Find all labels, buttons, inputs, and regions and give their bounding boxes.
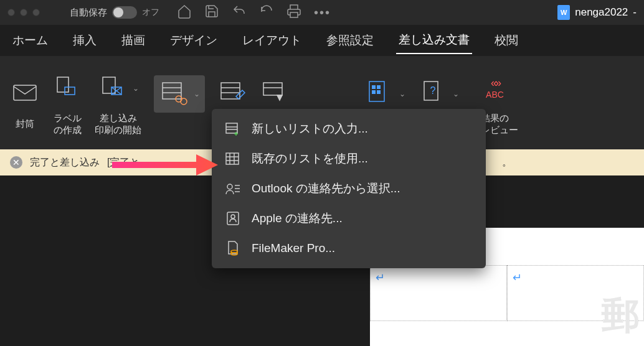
merge-start-button[interactable]: ⌄ 差し込み 印刷の開始 bbox=[95, 70, 141, 136]
autosave-label: 自動保存 bbox=[70, 7, 107, 19]
document-title: nenga2022 - bbox=[557, 5, 637, 20]
envelope-icon bbox=[10, 78, 40, 110]
chevron-down-icon: ⌄ bbox=[133, 84, 139, 93]
more-icon[interactable]: ••• bbox=[314, 6, 331, 20]
print-icon[interactable] bbox=[286, 4, 301, 21]
close-window[interactable] bbox=[7, 9, 15, 16]
filemaker-icon bbox=[224, 240, 242, 257]
edit-list-icon bbox=[217, 78, 247, 110]
tab-insert[interactable]: 挿入 bbox=[70, 27, 99, 54]
recipients-icon bbox=[159, 78, 189, 110]
menu-label: Apple の連絡先... bbox=[252, 210, 343, 227]
recipients-label bbox=[178, 118, 181, 130]
filter-icon bbox=[260, 78, 290, 110]
label-cell[interactable]: ↵ bbox=[370, 265, 507, 321]
autosave-state: オフ bbox=[142, 7, 159, 18]
merge-field-icon bbox=[364, 78, 394, 110]
envelope-button[interactable]: 封筒 bbox=[10, 75, 40, 130]
svg-rect-13 bbox=[263, 83, 282, 95]
quick-access-toolbar: ••• bbox=[177, 4, 331, 21]
label-create-button[interactable]: ラベル の作成 bbox=[52, 70, 82, 136]
annotation-arrow bbox=[109, 143, 221, 183]
minimize-window[interactable] bbox=[20, 9, 27, 16]
svg-rect-22 bbox=[226, 123, 237, 133]
svg-rect-16 bbox=[372, 85, 376, 89]
tab-layout[interactable]: レイアウト bbox=[240, 27, 304, 54]
tab-design[interactable]: デザイン bbox=[168, 27, 220, 54]
undo-icon[interactable] bbox=[232, 4, 247, 21]
svg-rect-18 bbox=[372, 90, 376, 94]
menu-outlook[interactable]: Outlook の連絡先から選択... bbox=[212, 174, 486, 203]
maximize-window[interactable] bbox=[32, 9, 40, 16]
ribbon-tabs: ホーム 挿入 描画 デザイン レイアウト 参照設定 差し込み文書 校閲 bbox=[0, 25, 644, 56]
svg-point-9 bbox=[181, 98, 187, 105]
menu-apple-contacts[interactable]: Apple の連絡先... bbox=[212, 203, 486, 233]
tab-home[interactable]: ホーム bbox=[10, 27, 50, 54]
list-new-icon bbox=[224, 120, 242, 138]
menu-label: 新しいリストの入力... bbox=[252, 121, 368, 137]
tab-references[interactable]: 参照設定 bbox=[324, 27, 376, 54]
svg-rect-2 bbox=[65, 87, 75, 95]
menu-label: 既存のリストを使用... bbox=[252, 151, 368, 167]
list-existing-icon bbox=[224, 150, 242, 167]
autosave-toggle[interactable] bbox=[112, 6, 137, 19]
merge-start-label: 差し込み 印刷の開始 bbox=[95, 112, 141, 136]
svg-rect-3 bbox=[103, 77, 115, 93]
menu-new-list[interactable]: 新しいリストの入力... bbox=[212, 114, 486, 144]
menu-label: Outlook の連絡先から選択... bbox=[252, 180, 400, 197]
chevron-down-icon: ⌄ bbox=[453, 90, 459, 98]
save-icon[interactable] bbox=[204, 4, 219, 21]
title-bar: 自動保存 オフ ••• nenga2022 - bbox=[0, 0, 644, 25]
svg-rect-19 bbox=[377, 90, 381, 94]
rules-icon: ? bbox=[418, 78, 448, 110]
svg-point-30 bbox=[227, 184, 232, 189]
select-recipients-button[interactable]: ⌄ bbox=[154, 75, 205, 130]
msgbar-period: 。 bbox=[502, 156, 512, 169]
svg-rect-10 bbox=[221, 83, 240, 99]
svg-rect-5 bbox=[163, 83, 181, 99]
recipients-dropdown-menu: 新しいリストの入力... 既存のリストを使用... Outlook の連絡先から… bbox=[212, 109, 486, 268]
merge-start-icon bbox=[98, 72, 128, 105]
menu-existing-list[interactable]: 既存のリストを使用... bbox=[212, 144, 486, 174]
outlook-icon bbox=[224, 180, 242, 197]
close-icon[interactable]: ✕ bbox=[10, 156, 22, 169]
msgbar-title: 完了と差し込み bbox=[30, 156, 100, 169]
label-icon bbox=[52, 72, 82, 105]
svg-rect-25 bbox=[226, 153, 239, 164]
svg-rect-1 bbox=[57, 77, 69, 92]
svg-rect-17 bbox=[377, 85, 381, 89]
chevron-down-icon: ⌄ bbox=[399, 90, 405, 98]
abc-icon: « »ABC bbox=[486, 77, 504, 100]
home-icon[interactable] bbox=[177, 4, 192, 21]
window-controls bbox=[7, 9, 40, 16]
document-name: nenga2022 bbox=[575, 6, 628, 19]
watermark: 郵 bbox=[602, 291, 639, 341]
tab-draw[interactable]: 描画 bbox=[119, 27, 148, 54]
return-mark: ↵ bbox=[376, 271, 385, 284]
label-create-label: ラベル の作成 bbox=[54, 112, 82, 136]
menu-filemaker[interactable]: FileMaker Pro... bbox=[212, 233, 486, 263]
svg-rect-0 bbox=[14, 85, 36, 100]
svg-point-35 bbox=[231, 215, 235, 218]
chevron-down-icon: ⌄ bbox=[194, 90, 200, 98]
envelope-label: 封筒 bbox=[16, 118, 34, 130]
return-mark: ↵ bbox=[513, 271, 522, 284]
svg-text:?: ? bbox=[430, 85, 436, 96]
word-doc-icon bbox=[557, 5, 570, 20]
menu-label: FileMaker Pro... bbox=[252, 241, 335, 255]
tab-review[interactable]: 校閲 bbox=[492, 27, 521, 54]
apple-contacts-icon bbox=[224, 210, 242, 227]
redo-icon[interactable] bbox=[259, 4, 274, 21]
tab-mailings[interactable]: 差し込み文書 bbox=[396, 27, 472, 54]
autosave-control: 自動保存 オフ bbox=[70, 6, 159, 19]
